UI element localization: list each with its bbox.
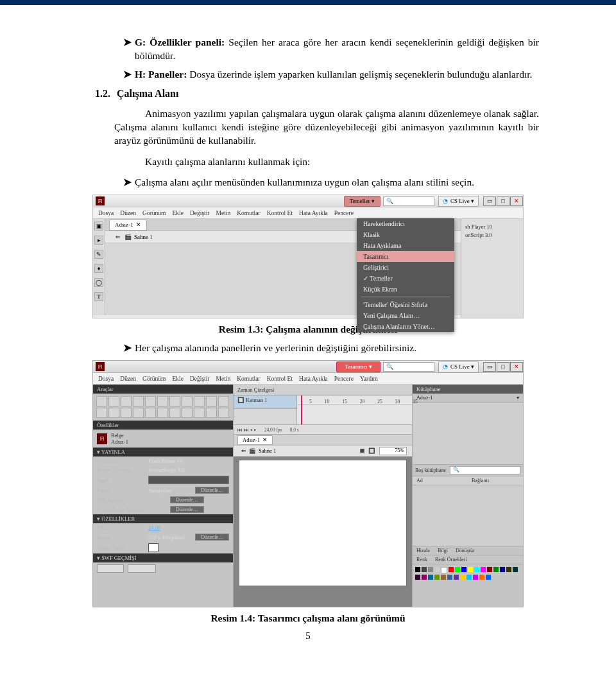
menu-item[interactable]: Ekle [173,210,184,216]
menu-item[interactable]: Düzen [120,376,136,382]
lasso-icon[interactable]: ✎ [94,250,103,259]
paint-icon[interactable]: ♦ [94,264,103,273]
swatch[interactable] [481,567,486,572]
close-tab-icon[interactable]: ✕ [136,222,141,228]
zoom-input[interactable]: 75% [379,447,407,455]
tool-icon[interactable] [218,408,229,418]
menu-item[interactable]: Görünüm [142,376,166,382]
duzenle-button[interactable]: Düzenle… [170,506,204,513]
swatch[interactable] [474,567,479,572]
col-baglanti[interactable]: Bağlantı [468,476,523,485]
fps-value[interactable]: 24,00 [148,525,229,531]
temizle-button[interactable]: Temizle [128,564,156,573]
tool-icon[interactable] [169,408,180,418]
dropdown-option[interactable]: Küçük Ekran [357,284,454,295]
menu-item[interactable]: Kontrol Et [267,210,293,216]
swatch[interactable] [422,575,427,580]
menu-item[interactable]: Dosya [98,376,114,382]
search-input[interactable]: 🔍 [383,196,434,206]
menu-item[interactable]: Hata Ayıkla [299,376,328,382]
swatch[interactable] [434,575,440,580]
maximize-button[interactable]: □ [497,362,509,372]
swatch[interactable] [493,567,499,572]
dropdown-option[interactable]: Çalışma Alanlarını Yönet… [357,321,454,332]
panel-header-araclar[interactable]: Araçlar [93,385,233,394]
cslive-button[interactable]: ◔CS Live ▾ [438,361,479,372]
class-input[interactable] [148,476,229,484]
nav-icon[interactable]: 🔳 [359,448,366,454]
nav-icon[interactable]: 🔲 [368,448,375,454]
close-button[interactable]: ✕ [510,196,523,206]
close-button[interactable]: ✕ [510,362,523,372]
menu-item[interactable]: Değiştir [190,210,210,216]
tool-icon[interactable] [157,396,168,406]
document-tab[interactable]: Adsız-1 ✕ [109,220,147,231]
duzenle-button[interactable]: Düzenle… [170,496,204,503]
menu-item[interactable]: Metin [216,376,231,382]
maximize-button[interactable]: □ [497,196,509,206]
tool-icon[interactable] [169,396,180,406]
scene-back-icon[interactable]: ⇐ [116,234,121,240]
duzenle-button[interactable]: Düzenle… [195,534,229,541]
tool-icon[interactable] [182,396,193,406]
swatch[interactable] [466,575,472,580]
menu-item[interactable]: Hata Ayıkla [299,210,328,216]
swatch[interactable] [434,567,440,572]
close-tab-icon[interactable]: ✕ [262,437,268,443]
duzenle-button[interactable]: Düzenle… [195,487,229,494]
timeline-header[interactable]: Zaman Çizelgesi [234,385,412,396]
swatch[interactable] [415,575,420,580]
menu-item[interactable]: Dosya [98,210,114,216]
zoom-icon[interactable]: ◯ [94,278,103,287]
tool-icon[interactable] [133,408,144,418]
stage-canvas[interactable] [239,460,406,586]
swatch[interactable] [486,575,491,580]
tool-icon[interactable] [96,396,107,406]
minimize-button[interactable]: ▭ [483,362,496,372]
menu-item[interactable]: Metin [216,210,231,216]
swatch[interactable] [513,567,518,572]
swatch[interactable] [461,567,466,572]
swatch[interactable] [473,575,478,580]
dropdown-option[interactable]: Hata Ayıklama [357,240,454,251]
dropdown-option-highlighted[interactable]: Tasarımcı [357,251,454,262]
tool-icon[interactable] [194,396,205,406]
tool-icon[interactable] [96,408,107,418]
tool-icon[interactable] [194,408,205,418]
timeline[interactable]: 🔲 Katman 1 5101520253035 ⏮ ⏭ ◀ ▶ 24,00 f… [234,396,412,435]
text-icon[interactable]: T [94,292,103,301]
swatch[interactable] [468,567,473,572]
tool-icon[interactable] [206,396,217,406]
tab-hizala[interactable]: Hizala [413,546,434,555]
swatch[interactable] [506,567,511,572]
pointer-icon[interactable]: ▸ [94,236,103,245]
tool-icon[interactable] [145,408,156,418]
tab-renk[interactable]: Renk [413,555,431,564]
tool-icon[interactable] [133,396,144,406]
stage-color-swatch[interactable] [148,543,158,552]
tool-icon[interactable] [108,408,119,418]
library-search-input[interactable]: 🔍 [450,466,520,474]
tool-icon[interactable] [218,396,229,406]
dropdown-option[interactable]: Geliştirici [357,262,454,273]
menu-item[interactable]: Komutlar [237,210,260,216]
menu-item[interactable]: Komutlar [237,376,260,382]
menu-item[interactable]: Görünüm [142,210,166,216]
tool-icon[interactable] [157,408,168,418]
swatch[interactable] [447,575,452,580]
tool-icon[interactable] [121,396,132,406]
panel-header-ozel[interactable]: ÖZELLİKLER [93,514,233,523]
tool-icon[interactable] [108,396,119,406]
dropdown-option[interactable]: Klasik [357,229,454,240]
swatch[interactable] [454,575,459,580]
layer-row[interactable]: 🔲 Katman 1 [234,396,296,409]
swatch[interactable] [500,567,505,572]
tab-bilgi[interactable]: Bilgi [434,546,452,555]
panel-header-swf[interactable]: SWF GEÇMİŞİ [93,553,233,562]
swatch[interactable] [449,567,454,572]
dropdown-option[interactable]: Yeni Çalışma Alanı… [357,310,454,321]
menu-item[interactable]: Yardım [360,376,378,382]
dropdown-option[interactable]: 'Temeller' Öğesini Sıfırla [357,299,454,310]
minimize-button[interactable]: ▭ [483,196,496,206]
tool-icon[interactable] [182,408,193,418]
